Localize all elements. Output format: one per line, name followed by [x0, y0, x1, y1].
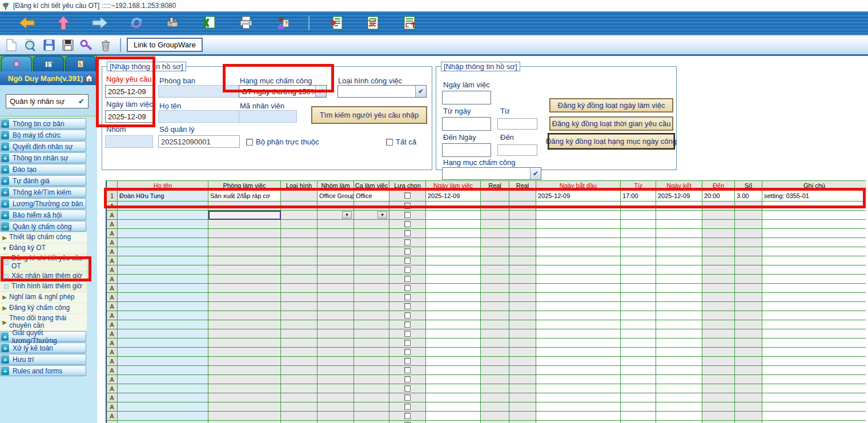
cell-real[interactable] — [481, 220, 509, 229]
cell-ghi-chú[interactable] — [762, 293, 866, 302]
cell-phòng-làm-việc[interactable] — [208, 202, 281, 211]
cell-ngày-kết[interactable] — [656, 421, 702, 423]
row-select-checkbox[interactable] — [404, 404, 411, 410]
cell-số[interactable] — [735, 256, 762, 265]
cell-real[interactable] — [509, 320, 536, 329]
cell-nhóm-làm[interactable] — [318, 202, 354, 211]
cell-real[interactable] — [481, 320, 509, 329]
cell-ghi-chú[interactable] — [762, 284, 866, 293]
cell-đến[interactable] — [702, 329, 735, 339]
cell-loại-hình[interactable] — [281, 202, 318, 211]
tab-person[interactable] — [65, 56, 96, 71]
cell-từ[interactable] — [621, 275, 656, 284]
cell-phòng-làm-việc[interactable]: Sản xuất 2/lắp ráp cơ — [208, 190, 281, 202]
tab-move[interactable] — [1, 56, 32, 71]
cell-ngày-bắt-đầu[interactable] — [536, 311, 621, 320]
cell-đến[interactable] — [702, 265, 735, 275]
cell-real[interactable] — [481, 329, 509, 339]
cell-đến[interactable] — [702, 348, 735, 357]
cell-lựa-chọn[interactable] — [389, 284, 426, 293]
cell-ghi-chú[interactable] — [762, 348, 866, 357]
cell-ngày-làm-việc[interactable] — [426, 275, 481, 284]
cell-ngày-bắt-đầu[interactable] — [536, 366, 621, 375]
cell-ca-làm-việc[interactable] — [354, 339, 389, 348]
cell-real[interactable] — [481, 366, 509, 375]
from-time-input[interactable] — [497, 118, 537, 130]
cell-real[interactable] — [509, 357, 536, 366]
cell-ngày-bắt-đầu[interactable] — [536, 412, 621, 421]
cell-ngày-bắt-đầu[interactable] — [536, 402, 621, 412]
cell-ghi-chú[interactable] — [762, 375, 866, 384]
cell-ngày-làm-việc[interactable]: 2025-12-09 — [426, 190, 481, 202]
cell-lựa-chọn[interactable] — [389, 220, 426, 229]
row-select-checkbox[interactable] — [404, 248, 411, 255]
cell-ca-làm-việc[interactable] — [354, 320, 389, 329]
cell-dropdown-button[interactable]: ▼ — [342, 211, 352, 219]
cell-ca-làm-việc[interactable] — [354, 202, 389, 211]
cell-phòng-làm-việc[interactable] — [208, 247, 281, 256]
cell-real[interactable] — [509, 329, 536, 339]
cell-ngày-kết[interactable] — [656, 348, 702, 357]
sidebar-item-7[interactable]: +Lương/Thưởng cơ bản — [0, 198, 86, 209]
cell-đến[interactable] — [702, 211, 735, 220]
cell-real[interactable] — [481, 375, 509, 384]
bulk-register-category-button[interactable]: Đăng ký đồng loạt hạng mục ngày công — [549, 134, 674, 148]
column-header[interactable] — [107, 181, 118, 190]
cell-real[interactable] — [481, 265, 509, 275]
cell-số[interactable] — [735, 293, 762, 302]
cell-từ[interactable] — [621, 265, 656, 275]
cell-ngày-làm-việc[interactable] — [426, 402, 481, 412]
cell-số[interactable] — [735, 238, 762, 247]
cell-ngày-kết[interactable] — [656, 247, 702, 256]
cell-real[interactable] — [509, 211, 536, 220]
cell-họ-tên[interactable] — [118, 302, 208, 311]
row-select-checkbox[interactable] — [404, 239, 411, 245]
key-icon[interactable] — [79, 38, 94, 53]
cell-lựa-chọn[interactable] — [389, 412, 426, 421]
cell-loại-hình[interactable] — [281, 238, 318, 247]
cell-loại-hình[interactable] — [281, 393, 318, 402]
cell-loại-hình[interactable] — [281, 329, 318, 339]
cell-số[interactable] — [735, 384, 762, 393]
cell-đến[interactable] — [702, 202, 735, 211]
cell-nhóm-làm[interactable] — [318, 329, 354, 339]
cell-real[interactable] — [481, 190, 509, 202]
cell-real[interactable] — [509, 284, 536, 293]
print-icon[interactable] — [236, 14, 256, 31]
cell-họ-tên[interactable] — [118, 229, 208, 238]
full-name-input[interactable] — [158, 110, 242, 123]
cell-lựa-chọn[interactable] — [389, 421, 426, 423]
bulk-work-date-input[interactable] — [442, 91, 491, 104]
cell-ngày-làm-việc[interactable] — [426, 247, 481, 256]
cell-ghi-chú[interactable] — [762, 366, 866, 375]
cell-real[interactable] — [509, 256, 536, 265]
employee-id-input[interactable] — [239, 110, 297, 123]
cell-ngày-bắt-đầu[interactable] — [536, 329, 621, 339]
cell-real[interactable] — [509, 190, 536, 202]
cell-từ[interactable] — [621, 256, 656, 265]
column-header[interactable]: Lựa chọn — [389, 181, 426, 190]
cell-họ-tên[interactable] — [118, 275, 208, 284]
cell-ngày-làm-việc[interactable] — [426, 311, 481, 320]
cell-phòng-làm-việc[interactable] — [208, 320, 281, 329]
cell-ngày-kết[interactable] — [656, 375, 702, 384]
new-doc-icon[interactable] — [4, 38, 19, 53]
column-header[interactable]: Từ — [621, 181, 656, 190]
cell-họ-tên[interactable] — [118, 284, 208, 293]
cell-ghi-chú[interactable] — [762, 302, 866, 311]
cell-phòng-làm-việc[interactable] — [208, 229, 281, 238]
cell-real[interactable] — [481, 247, 509, 256]
sidebar-item-3[interactable]: +Thông tin nhân sự — [0, 152, 86, 163]
row-select-checkbox[interactable] — [404, 285, 411, 291]
sidebar-item-21[interactable]: +Rules and forms — [0, 365, 86, 376]
cell-loại-hình[interactable] — [281, 348, 318, 357]
cell-phòng-làm-việc[interactable] — [208, 256, 281, 265]
cell-số[interactable] — [735, 357, 762, 366]
sidebar-item-4[interactable]: +Đào tạo — [0, 164, 86, 175]
sidebar-leaf-14[interactable]: Tình hình làm thêm giờ — [0, 282, 87, 292]
cell-loại-hình[interactable] — [281, 302, 318, 311]
row-select-checkbox[interactable] — [404, 367, 411, 373]
cell-real[interactable] — [509, 293, 536, 302]
cell-ca-làm-việc[interactable] — [354, 238, 389, 247]
cell-real[interactable] — [509, 220, 536, 229]
